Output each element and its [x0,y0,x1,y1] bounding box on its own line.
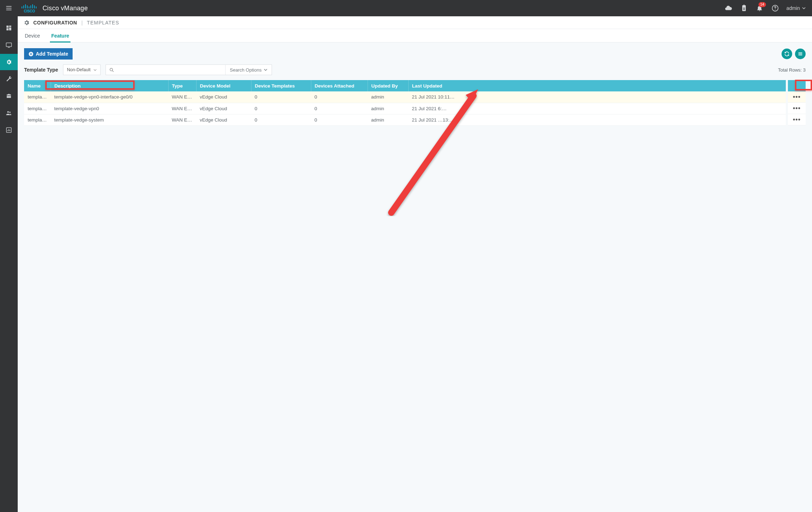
col-description[interactable]: Description [51,80,168,91]
col-devices-attached[interactable]: Devices Attached [311,80,368,91]
columns-menu-button[interactable] [795,49,806,59]
total-rows-label: Total Rows: 3 [778,67,806,73]
notifications-button[interactable]: 14 [752,0,767,16]
cell-updated_by: admin [368,103,408,114]
nav-maintenance[interactable] [0,88,18,104]
table-row[interactable]: template…template-vedge-vpn0WAN Ed…vEdge… [24,103,786,114]
menu-icon [797,51,803,57]
col-type[interactable]: Type [168,80,196,91]
svg-rect-17 [9,28,11,30]
nav-dashboard[interactable] [0,20,18,36]
help-icon [772,5,779,12]
cell-type: WAN Ed… [168,114,196,125]
row-actions-button[interactable]: ••• [788,114,806,125]
cell-attached: 0 [311,103,368,114]
cell-model: vEdge Cloud [196,114,251,125]
col-updated-by[interactable]: Updated By [368,80,408,91]
table-row[interactable]: template…template-vedge-systemWAN Ed…vEd… [24,114,786,125]
table-row[interactable]: template…template-vedge-vpn0-interface-g… [24,91,786,103]
page-header: CONFIGURATION | TEMPLATES [18,16,812,29]
cell-name: template… [24,91,51,103]
page-title: CONFIGURATION [33,20,77,26]
svg-point-22 [9,112,11,113]
cell-templates: 0 [251,103,311,114]
refresh-button[interactable] [782,49,792,59]
cell-description: template-vedge-vpn0-interface-ge0/0 [51,91,168,103]
cell-last_updated: 21 Jul 2021 6:… [408,103,786,114]
nav-tools[interactable] [0,71,18,87]
dashboard-icon [6,25,12,31]
svg-rect-16 [9,26,11,27]
template-type-value: Non-Default [67,67,91,72]
table-header-row: Name Description Type Device Model Devic… [24,80,786,91]
cloud-icon [725,4,732,12]
user-label: admin [787,5,800,11]
search-input[interactable] [118,65,225,75]
caret-down-icon [93,68,97,72]
template-type-label: Template Type [24,67,58,73]
tasks-button[interactable] [736,0,752,16]
monitor-icon [6,42,12,48]
cell-attached: 0 [311,114,368,125]
cloud-button[interactable] [721,0,736,16]
svg-line-32 [113,71,114,72]
col-device-templates[interactable]: Device Templates [251,80,311,91]
search-icon [106,67,118,73]
cell-model: vEdge Cloud [196,91,251,103]
svg-point-31 [110,68,113,71]
add-template-label: Add Template [36,51,68,57]
tab-feature[interactable]: Feature [50,29,71,42]
content: Add Template Template Type Non-Default [18,43,812,512]
search-box: Search Options [106,64,272,75]
people-icon [6,110,12,116]
user-menu[interactable]: admin [783,5,812,11]
row-actions-button[interactable]: ••• [788,91,806,103]
more-horizontal-icon: ••• [793,93,801,101]
brand-title: Cisco vManage [42,5,88,12]
col-device-model[interactable]: Device Model [196,80,251,91]
templates-table: Name Description Type Device Model Devic… [24,80,786,126]
side-nav [0,16,18,512]
cell-attached: 0 [311,91,368,103]
svg-text:CISCO: CISCO [24,9,35,13]
cisco-logo-icon: CISCO [21,3,38,13]
tab-device[interactable]: Device [23,29,41,42]
svg-rect-18 [6,28,8,30]
col-last-updated[interactable]: Last Updated [408,80,786,91]
row-actions-button[interactable]: ••• [788,103,806,114]
nav-monitor[interactable] [0,37,18,53]
cell-description: template-vedge-system [51,114,168,125]
toolbar-row-2: Template Type Non-Default Search Options… [24,64,806,75]
add-template-button[interactable]: Add Template [24,48,73,60]
nav-administration[interactable] [0,105,18,121]
table-wrap: Name Description Type Device Model Devic… [24,80,806,126]
page-subtitle: TEMPLATES [87,20,119,26]
cell-type: WAN Ed… [168,91,196,103]
caret-down-icon [802,6,806,10]
nav-configuration[interactable] [0,54,18,70]
nav-analytics[interactable] [0,122,18,138]
template-type-select[interactable]: Non-Default [63,64,101,75]
refresh-icon [784,51,790,57]
cell-model: vEdge Cloud [196,103,251,114]
hamburger-menu[interactable] [0,0,18,16]
col-name[interactable]: Name [24,80,51,91]
gear-icon [23,19,30,26]
more-horizontal-icon: ••• [793,105,801,112]
actions-header [788,80,806,91]
cell-last_updated: 21 Jul 2021 10:11… [408,91,786,103]
brand: CISCO Cisco vManage [18,3,88,13]
svg-point-14 [775,9,776,10]
breadcrumb-divider: | [81,20,83,26]
menu-icon [5,5,12,12]
cell-description: template-vedge-vpn0 [51,103,168,114]
tabs: Device Feature [18,29,812,43]
main: CONFIGURATION | TEMPLATES Device Feature… [18,16,812,512]
plus-circle-icon [28,51,34,57]
help-button[interactable] [767,0,783,16]
search-options-button[interactable]: Search Options [225,65,272,75]
cell-templates: 0 [251,114,311,125]
wrench-icon [6,76,12,82]
more-horizontal-icon: ••• [793,116,801,123]
cell-templates: 0 [251,91,311,103]
